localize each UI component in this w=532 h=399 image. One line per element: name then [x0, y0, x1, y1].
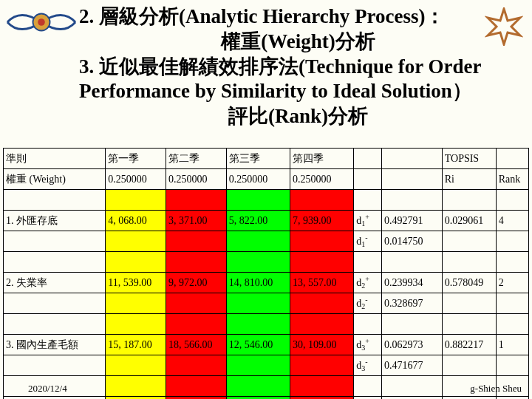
d-plus-val: 0.062973 [381, 335, 442, 355]
blank [4, 293, 106, 314]
rank-val: 1 [496, 335, 528, 355]
v-q2: 3, 371.00 [166, 211, 227, 231]
cell [226, 376, 290, 397]
d-plus-val: 0.468733 [381, 397, 442, 400]
d-plus: d1+ [354, 211, 382, 231]
cell [354, 252, 382, 273]
cell [226, 293, 290, 314]
v-q3: 12, 546.00 [226, 335, 290, 355]
d-minus-val: 0.014750 [381, 231, 442, 252]
cell [106, 355, 166, 376]
blank [442, 355, 496, 376]
footer-date: 2020/12/4 [28, 383, 67, 395]
cell [106, 252, 166, 273]
w-q2: 0.250000 [166, 169, 227, 190]
d-plus: d3+ [354, 335, 382, 355]
d-minus: d1- [354, 231, 382, 252]
rank-val: 3 [496, 397, 528, 400]
v-q4: 13, 557.00 [290, 273, 354, 293]
v-q2: 4, 312.00 [166, 397, 227, 400]
blank [496, 293, 528, 314]
th-ri: Ri [442, 169, 496, 190]
cell [290, 293, 354, 314]
spacer [4, 190, 106, 211]
cell [290, 355, 354, 376]
v-q2: 18, 566.00 [166, 335, 227, 355]
title-l1: 2. 層級分析(Analytic Hierarchy Process)： [79, 5, 445, 27]
d-plus: d2+ [354, 273, 382, 293]
v-q1: 4, 630.00 [106, 397, 166, 400]
ri-val: 0.080475 [442, 397, 496, 400]
th-weight: 權重 (Weight) [4, 169, 106, 190]
th-rank: Rank [496, 169, 528, 190]
cell [290, 231, 354, 252]
title-l2: 權重(Weight)分析 [79, 30, 517, 55]
ri-val: 0.029061 [442, 211, 496, 231]
d-plus-val: 0.492791 [381, 211, 442, 231]
w-q1: 0.250000 [106, 169, 166, 190]
ri-val: 0.882217 [442, 335, 496, 355]
ri-val: 0.578049 [442, 273, 496, 293]
cell [106, 376, 166, 397]
cell [166, 231, 227, 252]
cell [166, 252, 227, 273]
cell [290, 252, 354, 273]
cell [496, 314, 528, 335]
w-q3: 0.250000 [226, 169, 290, 190]
title-l4: Performance by Similarity to Ideal Solut… [79, 80, 472, 102]
th-q1: 第一季 [106, 149, 166, 169]
footer-author: g-Shien Sheu [470, 383, 522, 395]
page-title: 2. 層級分析(Analytic Hierarchy Process)： 權重(… [79, 4, 517, 129]
v-q4: 6, 549.00 [290, 397, 354, 400]
cell [166, 293, 227, 314]
cell [4, 252, 106, 273]
blank [354, 149, 382, 169]
cell [381, 314, 442, 335]
blank [442, 231, 496, 252]
v-q3: 14, 810.00 [226, 273, 290, 293]
cell [354, 376, 382, 397]
title-l3: 3. 近似最佳解績效排序法(Technique for Order [79, 55, 482, 78]
rank-val: 2 [496, 273, 528, 293]
row-name: 1. 外匯存底 [4, 211, 106, 231]
cell [354, 314, 382, 335]
cell [106, 293, 166, 314]
cell [442, 252, 496, 273]
v-q1: 15, 187.00 [106, 335, 166, 355]
d-minus: d3- [354, 355, 382, 376]
row-name: 4. 進出口貿易總值 [4, 397, 106, 400]
cell [166, 314, 227, 335]
cell [226, 231, 290, 252]
title-l5: 評比(Rank)分析 [79, 104, 517, 129]
cell [4, 314, 106, 335]
cell [496, 252, 528, 273]
v-q1: 4, 068.00 [106, 211, 166, 231]
cell [381, 376, 442, 397]
cell [381, 190, 442, 211]
row-name: 2. 失業率 [4, 273, 106, 293]
cell [290, 314, 354, 335]
cell [442, 314, 496, 335]
cell [106, 231, 166, 252]
blank [4, 231, 106, 252]
svg-point-1 [38, 18, 45, 26]
blank [496, 231, 528, 252]
blank [496, 149, 528, 169]
cell [496, 190, 528, 211]
cell [226, 252, 290, 273]
d-minus: d2- [354, 293, 382, 314]
cell [226, 314, 290, 335]
cell [166, 190, 227, 211]
v-q4: 30, 109.00 [290, 335, 354, 355]
cell [442, 190, 496, 211]
cell [106, 314, 166, 335]
cell [226, 190, 290, 211]
th-q3: 第三季 [226, 149, 290, 169]
topsis-table: 準則第一季第二季第三季第四季TOPSIS權重 (Weight)0.2500000… [3, 148, 529, 399]
th-q4: 第四季 [290, 149, 354, 169]
blank [381, 149, 442, 169]
w-q4: 0.250000 [290, 169, 354, 190]
v-q3: 7, 110.00 [226, 397, 290, 400]
emblem-icon [6, 0, 77, 44]
cell [166, 355, 227, 376]
